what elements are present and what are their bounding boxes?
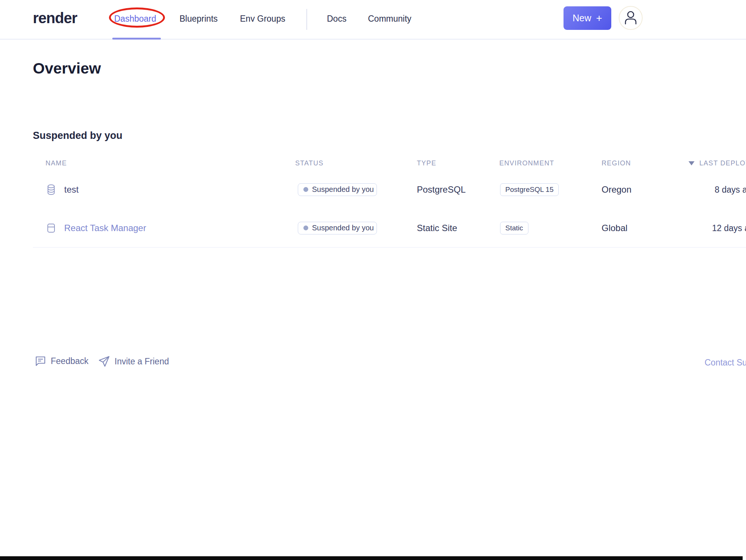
page-title: Overview: [33, 60, 101, 77]
column-header-last-deployed[interactable]: LAST DEPLOYED: [699, 159, 746, 167]
static-site-icon: [47, 223, 55, 233]
nav-item-env-groups[interactable]: Env Groups: [240, 14, 285, 24]
column-header-name: NAME: [46, 159, 67, 167]
top-navigation-bar: render Dashboard Blueprints Env Groups D…: [0, 0, 746, 40]
sort-descending-icon: [689, 161, 695, 165]
new-button-label: New: [572, 13, 591, 24]
new-button[interactable]: New +: [564, 6, 611, 30]
feedback-link[interactable]: Feedback: [35, 355, 88, 367]
last-deploy-value: 12 days ago: [712, 223, 746, 233]
service-region: Global: [602, 223, 627, 233]
environment-badge: PostgreSQL 15: [500, 183, 559, 196]
service-region: Oregon: [602, 184, 631, 195]
status-badge: Suspended by you: [298, 222, 377, 234]
render-dashboard-screen: render Dashboard Blueprints Env Groups D…: [0, 0, 746, 560]
active-tab-underline: [112, 38, 161, 40]
service-name-link[interactable]: React Task Manager: [64, 223, 146, 233]
table-row[interactable]: React Task Manager Suspended by you Stat…: [33, 209, 746, 248]
bottom-edge-bar: [0, 556, 743, 560]
feedback-icon: [35, 355, 46, 367]
service-type: PostgreSQL: [417, 184, 466, 195]
database-icon: [47, 184, 55, 195]
status-label: Suspended by you: [312, 185, 374, 194]
column-header-status: STATUS: [295, 159, 324, 167]
plus-icon: +: [596, 13, 602, 24]
column-header-type: TYPE: [417, 159, 436, 167]
invite-friend-link[interactable]: Invite a Friend: [98, 355, 169, 367]
column-header-environment: ENVIRONMENT: [499, 159, 554, 167]
status-badge: Suspended by you: [298, 183, 377, 196]
environment-badge: Static: [500, 222, 528, 234]
invite-friend-label: Invite a Friend: [115, 357, 169, 367]
user-menu-button[interactable]: [619, 6, 643, 30]
status-label: Suspended by you: [312, 224, 374, 232]
user-icon: [622, 10, 639, 26]
nav-item-docs[interactable]: Docs: [327, 14, 346, 24]
nav-item-community[interactable]: Community: [368, 14, 411, 24]
table-row[interactable]: test Suspended by you PostgreSQL Postgre…: [33, 170, 746, 209]
feedback-label: Feedback: [51, 356, 88, 366]
service-name-link[interactable]: test: [64, 184, 79, 195]
service-type: Static Site: [417, 223, 457, 233]
section-title: Suspended by you: [33, 130, 122, 141]
render-logo[interactable]: render: [33, 10, 77, 27]
status-dot-icon: [303, 187, 308, 192]
nav-item-blueprints[interactable]: Blueprints: [180, 14, 218, 24]
status-dot-icon: [303, 225, 308, 230]
contact-support-link[interactable]: Contact Support: [705, 358, 746, 368]
nav-divider: [306, 9, 307, 30]
table-header-row: NAME STATUS TYPE ENVIRONMENT REGION LAST…: [33, 157, 746, 171]
nav-item-dashboard[interactable]: Dashboard: [114, 14, 156, 24]
last-deploy-value: 8 days ago: [715, 184, 746, 195]
paper-plane-icon: [98, 355, 110, 367]
column-header-region: REGION: [602, 159, 631, 167]
